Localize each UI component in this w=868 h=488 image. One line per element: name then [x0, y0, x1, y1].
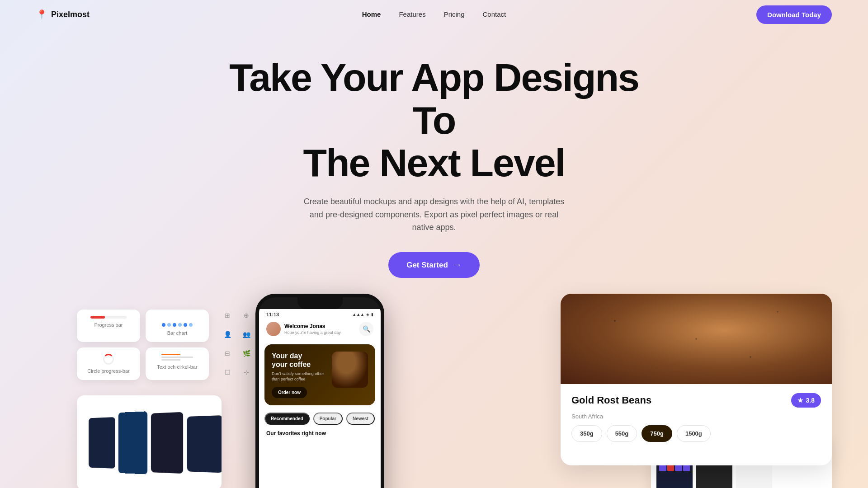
component-icon[interactable]: ⊕	[241, 310, 252, 321]
sidebar-icon-row-1: ⊞ ⊕	[222, 310, 252, 321]
progress-bar-card[interactable]: Progress bar	[77, 310, 140, 342]
hero-heading: Take Your App Designs To The Next Level	[208, 56, 660, 184]
weight-1500g[interactable]: 1500g	[677, 425, 711, 442]
phone-hero-text: Your day your coffee Don't satisfy somet…	[272, 352, 327, 398]
nav-cta-button[interactable]: Download Today	[756, 5, 832, 24]
weight-350g[interactable]: 350g	[571, 425, 602, 442]
bar-dot-3	[173, 323, 176, 327]
nav-links: Home Features Pricing Contact	[362, 10, 506, 19]
ui-row-top: Progress bar Bar chart	[77, 310, 209, 342]
bar-chart-label: Bar chart	[167, 330, 188, 336]
bar-chart-card[interactable]: Bar chart	[146, 310, 209, 342]
phone-tabs: Recommended Popular Newest	[259, 409, 381, 428]
mockup-screen-1	[89, 417, 115, 469]
navbar: 📍 Pixelmost Home Features Pricing Contac…	[0, 0, 868, 29]
brand-name: Pixelmost	[51, 10, 90, 19]
phone-hero-subtitle: Don't satisfy something other than perfe…	[272, 371, 327, 382]
nav-contact[interactable]: Contact	[483, 10, 506, 18]
preview-section: Progress bar Bar chart Circle progress-b…	[0, 300, 868, 488]
network-icon[interactable]: ⊹	[241, 366, 252, 378]
product-rating: ★ 3.8	[791, 393, 821, 408]
product-origin: South Africa	[571, 413, 821, 420]
text-cirkel-card[interactable]: Text och cirkel-bar	[146, 347, 209, 380]
progress-bar-fill	[90, 316, 105, 319]
circle-progress-label: Circle progress-bar	[87, 368, 130, 374]
battery-icon: ▮	[371, 312, 373, 317]
product-card-details: Gold Rost Beans ★ 3.8 South Africa 350g …	[561, 384, 832, 451]
user-icon[interactable]: 👤	[222, 328, 233, 340]
tab-recommended[interactable]: Recommended	[264, 413, 310, 425]
nav-home[interactable]: Home	[362, 10, 381, 18]
progress-bar-label: Progress bar	[94, 322, 123, 328]
phone-hero-image	[332, 352, 368, 388]
phone-order-button[interactable]: Order now	[272, 387, 307, 398]
text-line-1	[161, 354, 180, 355]
product-weight-options: 350g 550g 750g 1500g	[571, 425, 821, 442]
phone-header: Welcome Jonas Hope you're having a great…	[259, 317, 381, 341]
circle-progress-card[interactable]: Circle progress-bar	[77, 347, 140, 380]
product-name: Gold Rost Beans	[571, 394, 651, 406]
bar-dot-2	[167, 323, 171, 327]
phone-welcome-text: Welcome Jonas Hope you're having a great…	[284, 323, 341, 335]
wifi-icon: ◈	[366, 312, 369, 317]
nav-features[interactable]: Features	[399, 10, 425, 18]
weight-550g[interactable]: 550g	[607, 425, 637, 442]
hero-subtitle: Create beautiful mockups and app designs…	[298, 195, 570, 234]
mockup-screen-3	[151, 412, 183, 474]
coffee-beans-image	[332, 352, 368, 388]
nav-pricing[interactable]: Pricing	[444, 10, 465, 18]
phone-section-heading: Our favorites right now	[259, 428, 381, 438]
weight-750g[interactable]: 750g	[642, 425, 672, 442]
phone-content: 11:13 ▲▲▲ ◈ ▮ Welcome Jonas Hope you're …	[259, 309, 381, 488]
layout-icon[interactable]: ⊟	[222, 347, 233, 359]
product-card: Gold Rost Beans ★ 3.8 South Africa 350g …	[561, 294, 832, 465]
progress-bar-visual	[90, 316, 127, 319]
ui-components-panel: Progress bar Bar chart Circle progress-b…	[77, 310, 209, 380]
arrow-icon: →	[453, 260, 462, 270]
phone-search-button[interactable]: 🔍	[359, 322, 373, 336]
circle-progress-visual	[103, 354, 114, 365]
hero-cta-button[interactable]: Get Started →	[388, 252, 480, 278]
mockup-screens	[89, 408, 222, 478]
rating-value: 3.8	[806, 397, 815, 404]
users-icon[interactable]: 👥	[241, 328, 252, 340]
logo-icon: 📍	[36, 9, 47, 20]
bar-dot-1	[162, 323, 165, 327]
ui-row-bottom: Circle progress-bar Text och cirkel-bar	[77, 347, 209, 380]
brand-logo[interactable]: 📍 Pixelmost	[36, 9, 90, 20]
mockup-screen-4	[187, 415, 222, 473]
product-card-image	[561, 294, 832, 384]
phone-avatar	[266, 322, 281, 336]
phone-status-icons: ▲▲▲ ◈ ▮	[352, 312, 373, 317]
phone-hero-title: Your day your coffee	[272, 352, 327, 369]
grid-icon[interactable]: ⊞	[222, 310, 233, 321]
sidebar-icons: ⊞ ⊕ 👤 👥 ⊟ 🌿 ☐ ⊹	[222, 310, 252, 378]
tab-newest[interactable]: Newest	[346, 413, 375, 425]
mockup-screen-2	[118, 411, 147, 474]
text-line-2	[161, 357, 193, 358]
phone-status-bar: 11:13 ▲▲▲ ◈ ▮	[259, 309, 381, 317]
tree-icon[interactable]: 🌿	[241, 347, 252, 359]
sidebar-icon-row-4: ☐ ⊹	[222, 366, 252, 378]
product-title-row: Gold Rost Beans ★ 3.8	[571, 393, 821, 408]
bar-chart-visual	[162, 316, 193, 327]
product-bg-beans	[561, 294, 832, 384]
phone-hero-banner: Your day your coffee Don't satisfy somet…	[264, 344, 375, 405]
phone-notch	[297, 297, 343, 309]
bar-dot-4	[178, 323, 182, 327]
bottom-left-mockup	[77, 395, 222, 488]
tab-popular[interactable]: Popular	[313, 413, 343, 425]
sidebar-icon-row-3: ⊟ 🌿	[222, 347, 252, 359]
signal-icon: ▲▲▲	[352, 312, 364, 317]
bar-dot-6	[189, 323, 193, 327]
phone-time: 11:13	[266, 312, 279, 317]
box-icon[interactable]: ☐	[222, 366, 233, 378]
star-icon: ★	[797, 397, 803, 404]
phone-mockup: 11:13 ▲▲▲ ◈ ▮ Welcome Jonas Hope you're …	[255, 294, 384, 488]
hero-section: Take Your App Designs To The Next Level …	[0, 29, 868, 296]
phone-user: Welcome Jonas Hope you're having a great…	[266, 322, 341, 336]
text-cirkel-visual	[161, 354, 193, 361]
text-line-3	[161, 359, 180, 361]
text-cirkel-label: Text och cirkel-bar	[157, 364, 197, 370]
bar-dot-5	[184, 323, 187, 327]
